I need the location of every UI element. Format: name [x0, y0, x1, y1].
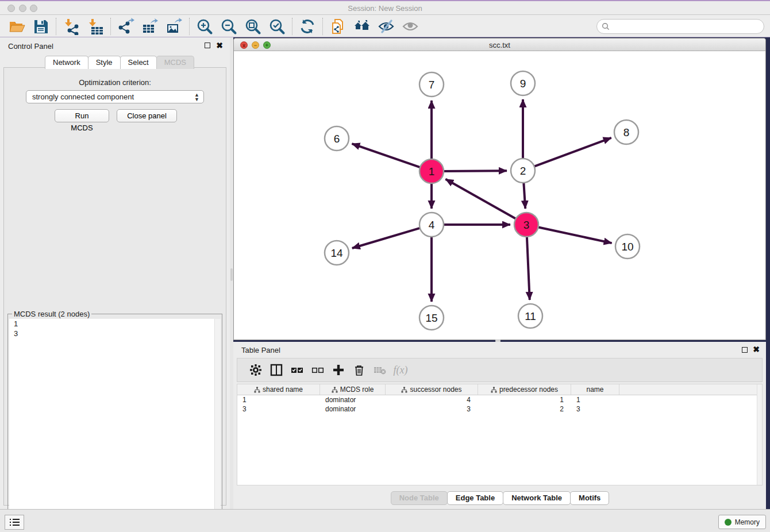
- table-row[interactable]: 3dominator323: [237, 404, 762, 414]
- cell-shared-name[interactable]: 3: [237, 404, 320, 414]
- node-7[interactable]: 7: [419, 72, 444, 97]
- node-table[interactable]: shared nameMCDS rolesuccessor nodesprede…: [237, 384, 763, 485]
- cell-name[interactable]: 1: [571, 395, 619, 404]
- edge-3-1[interactable]: [445, 179, 517, 219]
- table-header-row: shared nameMCDS rolesuccessor nodesprede…: [237, 384, 762, 395]
- column-header-successor-nodes[interactable]: successor nodes: [386, 384, 478, 395]
- zoom-selected-icon[interactable]: [265, 17, 289, 36]
- edge-3-10[interactable]: [537, 227, 612, 243]
- run-mcds-button[interactable]: Run MCDS: [55, 109, 109, 122]
- delete-row-icon[interactable]: [349, 362, 369, 378]
- tab-style[interactable]: Style: [88, 56, 121, 69]
- cell-shared-name[interactable]: 1: [237, 395, 320, 404]
- close-panel-icon[interactable]: ✖: [216, 43, 223, 48]
- svg-text:3: 3: [523, 219, 530, 231]
- tab-network-table[interactable]: Network Table: [503, 491, 571, 505]
- tab-node-table[interactable]: Node Table: [391, 491, 448, 505]
- node-15[interactable]: 15: [419, 306, 444, 330]
- import-table-icon[interactable]: [83, 17, 107, 36]
- zoom-in-icon[interactable]: [192, 17, 217, 36]
- table-body: 1dominator4113dominator323: [237, 395, 762, 414]
- cell-MCDS-role[interactable]: dominator: [320, 404, 386, 414]
- tab-select[interactable]: Select: [120, 56, 157, 69]
- table-tabs: Node TableEdge TableNetwork TableMotifs: [233, 491, 766, 505]
- hide-selected-icon[interactable]: [374, 17, 398, 36]
- cell-successor-nodes[interactable]: 4: [386, 395, 478, 404]
- export-table-icon[interactable]: [138, 17, 162, 36]
- node-4[interactable]: 4: [419, 213, 444, 237]
- splitter-grip[interactable]: [230, 268, 233, 281]
- node-14[interactable]: 14: [325, 241, 349, 265]
- tab-network[interactable]: Network: [45, 56, 88, 69]
- table-row[interactable]: 1dominator411: [237, 395, 762, 404]
- table-float-icon[interactable]: [742, 347, 748, 353]
- cell-name[interactable]: 3: [571, 404, 619, 414]
- table-panel: Table Panel ✖ f(x): [233, 342, 766, 509]
- node-9[interactable]: 9: [511, 71, 535, 95]
- export-image-icon[interactable]: [162, 17, 186, 36]
- edge-2-8[interactable]: [533, 138, 611, 167]
- column-header-name[interactable]: name: [571, 384, 619, 395]
- column-header-shared-name[interactable]: shared name: [237, 384, 320, 395]
- session-title: Session: New Session: [0, 4, 770, 13]
- edge-2-3[interactable]: [523, 182, 525, 209]
- node-1[interactable]: 1: [419, 159, 444, 183]
- add-row-icon[interactable]: [328, 362, 349, 378]
- edge-4-14[interactable]: [352, 228, 421, 248]
- toolbar-separator: [189, 18, 190, 35]
- memory-status-icon: [725, 519, 732, 526]
- network-window-titlebar[interactable]: x − + scc.txt: [234, 38, 765, 51]
- criterion-select-value: strongly connected component: [32, 92, 134, 101]
- cell-MCDS-role[interactable]: dominator: [320, 395, 386, 404]
- open-file-icon[interactable]: [5, 17, 29, 36]
- table-scrollbar[interactable]: [757, 384, 762, 485]
- column-panel-icon[interactable]: [266, 362, 287, 378]
- zoom-fit-icon[interactable]: [241, 17, 265, 36]
- tab-mcds[interactable]: MCDS: [156, 56, 194, 69]
- memory-button[interactable]: Memory: [718, 515, 766, 529]
- edge-3-11[interactable]: [527, 236, 530, 300]
- node-3[interactable]: 3: [514, 213, 538, 237]
- show-all-networks-icon[interactable]: [350, 17, 374, 36]
- table-toolbar: f(x): [237, 358, 763, 382]
- edge-1-2[interactable]: [442, 171, 507, 171]
- search-icon: [602, 22, 610, 30]
- svg-text:11: 11: [525, 310, 536, 322]
- column-header-predecessor-nodes[interactable]: predecessor nodes: [478, 384, 571, 395]
- task-list-icon: [9, 518, 20, 526]
- float-panel-icon[interactable]: [205, 43, 210, 48]
- cell-successor-nodes[interactable]: 3: [386, 404, 478, 414]
- node-10[interactable]: 10: [615, 234, 640, 259]
- node-11[interactable]: 11: [518, 304, 542, 328]
- tab-edge-table[interactable]: Edge Table: [447, 491, 503, 505]
- task-history-button[interactable]: [5, 515, 24, 530]
- cell-predecessor-nodes[interactable]: 2: [478, 404, 571, 414]
- export-network-icon[interactable]: [114, 17, 138, 36]
- select-all-icon[interactable]: [287, 362, 307, 378]
- edge-1-6[interactable]: [352, 144, 421, 168]
- zoom-out-icon[interactable]: [217, 17, 241, 36]
- node-2[interactable]: 2: [511, 159, 535, 183]
- import-network-icon[interactable]: [59, 17, 83, 36]
- function-builder-icon[interactable]: f(x): [390, 362, 411, 378]
- refresh-view-icon[interactable]: [295, 17, 319, 36]
- cell-predecessor-nodes[interactable]: 1: [478, 395, 571, 404]
- column-header-MCDS-role[interactable]: MCDS role: [320, 384, 386, 395]
- network-canvas[interactable]: 7968124314101511: [234, 51, 765, 340]
- save-session-icon[interactable]: [29, 17, 53, 36]
- delete-table-icon[interactable]: [369, 362, 390, 378]
- close-panel-button[interactable]: Close panel: [117, 109, 177, 122]
- deselect-all-icon[interactable]: [307, 362, 328, 378]
- mcds-result-list[interactable]: 13: [9, 319, 221, 531]
- network-graph[interactable]: 7968124314101511: [234, 51, 765, 340]
- duplicate-network-icon[interactable]: [326, 17, 350, 36]
- show-hidden-icon[interactable]: [398, 17, 422, 36]
- table-close-icon[interactable]: ✖: [753, 346, 760, 352]
- search-input[interactable]: [610, 22, 764, 31]
- criterion-select[interactable]: strongly connected component ▲▼: [26, 90, 204, 103]
- tab-motifs[interactable]: Motifs: [570, 491, 609, 505]
- node-6[interactable]: 6: [325, 126, 349, 151]
- node-8[interactable]: 8: [614, 120, 638, 144]
- column-settings-icon[interactable]: [245, 362, 266, 378]
- result-scrollbar[interactable]: [214, 319, 221, 531]
